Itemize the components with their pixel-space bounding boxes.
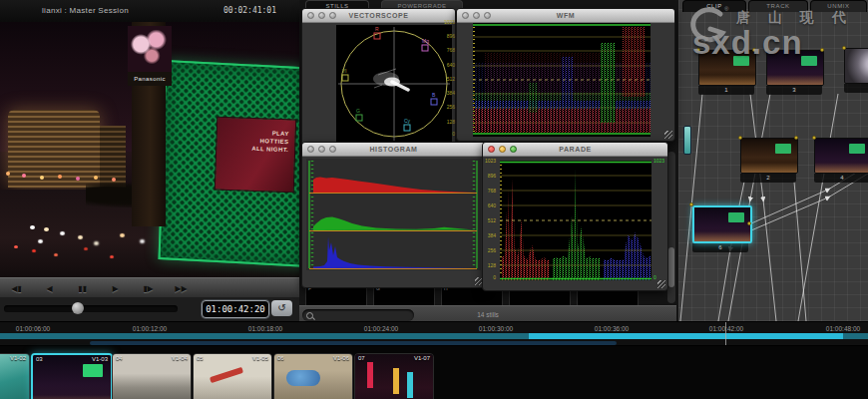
search-icon: [306, 312, 313, 319]
ruler-label: 01:00:48:00: [826, 325, 860, 332]
scrub-track[interactable]: [4, 305, 178, 312]
node-3[interactable]: 3: [766, 50, 822, 95]
video-flower-billboard: [128, 26, 172, 72]
resize-grip-icon[interactable]: [657, 280, 665, 288]
node-thumbnail: [692, 205, 752, 243]
node-4[interactable]: 4: [814, 138, 868, 183]
session-timecode: 00:02:41:01: [223, 6, 276, 15]
parade-scale-384: 384: [483, 231, 496, 239]
node-number: 5: [844, 84, 868, 93]
color-grading-app: lianxi : Master Session 00:02:41:01 PLAY…: [0, 0, 868, 399]
video-headlights: [30, 225, 35, 229]
timeline-range-bar-end[interactable]: [843, 333, 868, 339]
playhead[interactable]: [725, 322, 726, 346]
timeline-ruler[interactable]: 01:00:06:00 01:00:12:00 01:00:18:00 01:0…: [0, 321, 868, 346]
clip-number: 03: [36, 356, 43, 362]
clip-number: 05: [197, 355, 204, 361]
node-1[interactable]: 1: [698, 50, 754, 95]
histogram-plot: [306, 159, 481, 270]
pause-button[interactable]: ▮▮: [66, 284, 99, 293]
step-forward-button[interactable]: ▮▶: [132, 284, 165, 293]
parade-scale-512: 512: [483, 216, 496, 224]
node-number: 3: [766, 86, 822, 95]
parade-right-bottom: 0: [653, 273, 656, 281]
viewer-panel: lianxi : Master Session 00:02:41:01 PLAY…: [0, 0, 299, 321]
scrub-handle[interactable]: [72, 302, 84, 314]
timeline-active-range[interactable]: [529, 333, 843, 339]
ruler-label: 01:00:12:00: [133, 325, 167, 332]
clip-number: 04: [116, 355, 123, 361]
svg-text:G: G: [356, 108, 360, 114]
clip-v1-05[interactable]: 05V1-05 00:01:11:00: [193, 353, 272, 399]
node-output-port: [747, 221, 751, 225]
parade-scale-0: 0: [483, 273, 496, 281]
ruler-label: 01:00:42:00: [709, 325, 743, 332]
vectorscope-window: VECTORSCOPE R Mg B Cy G Yl: [301, 8, 456, 148]
wfm-scale-768: 768: [442, 46, 455, 54]
svg-text:R: R: [375, 26, 379, 32]
vectorscope-graticule: R Mg B Cy G Yl: [336, 25, 452, 143]
node-thumbnail: [698, 50, 756, 86]
ruler-label: 01:00:18:00: [248, 325, 282, 332]
current-timecode-field[interactable]: 01:00:42:20: [202, 300, 269, 318]
node-input-port: [812, 136, 816, 140]
svg-text:B: B: [432, 92, 436, 98]
node-5[interactable]: 5: [844, 48, 868, 93]
node-output-port: [794, 136, 798, 140]
node-output-port: [820, 48, 824, 52]
node-6-selected[interactable]: 6: [692, 205, 748, 252]
node-input-port: [696, 48, 700, 52]
loop-button[interactable]: ↺: [271, 300, 292, 316]
clip-v1-06[interactable]: 06V1-06 00:00:14:15: [273, 353, 353, 399]
parade-scale-1023: 1023: [483, 157, 496, 165]
clip-number: 06: [277, 355, 284, 361]
search-input[interactable]: [302, 309, 414, 321]
clip-v1-03-selected[interactable]: 03V1-03 00:00:26:05: [31, 353, 113, 399]
clip-v1-02[interactable]: V1-02: [0, 353, 30, 399]
svg-text:Yl: Yl: [342, 68, 346, 74]
wfm-titlebar[interactable]: WFM: [457, 9, 674, 23]
node-number: 2: [740, 174, 796, 183]
node-thumbnail: [766, 50, 824, 86]
fast-forward-button[interactable]: ▶▶: [165, 284, 198, 293]
ruler-label: 01:00:30:00: [479, 325, 513, 332]
clip-name: V1-03: [92, 356, 108, 362]
scopes-scrollbar[interactable]: [667, 152, 675, 303]
histogram-title: HISTOGRAM: [302, 146, 485, 153]
node-input-port: [842, 46, 846, 50]
video-preview[interactable]: PLAY HOTTIES ALL NIGHT. Panasonic: [0, 22, 299, 277]
node-number: 1: [698, 86, 754, 95]
scrub-row: 01:00:42:20 ↺: [0, 297, 299, 321]
wfm-display: [473, 23, 651, 137]
node-2[interactable]: 2: [740, 138, 796, 183]
clip-v1-07[interactable]: 07V1-07 00:10:17:04: [354, 353, 434, 399]
clip-v1-04[interactable]: 04V1-04 00:01:12:22: [112, 353, 192, 399]
wfm-scale-0: 0: [442, 130, 455, 138]
parade-titlebar[interactable]: PARADE: [483, 143, 667, 157]
video-panasonic-sign: Panasonic: [128, 72, 172, 86]
step-back-button[interactable]: ◀▮: [0, 284, 33, 293]
resize-grip-icon[interactable]: [664, 131, 672, 139]
video-building-small: [100, 126, 126, 188]
play-reverse-button[interactable]: ◀: [33, 284, 66, 293]
vectorscope-titlebar[interactable]: VECTORSCOPE: [302, 9, 455, 23]
wfm-scale-128: 128: [442, 118, 455, 126]
scrollbar-thumb[interactable]: [668, 247, 674, 287]
play-button[interactable]: ▶: [99, 284, 132, 293]
video-building-left: [8, 110, 100, 188]
node-zoom-slider[interactable]: [683, 126, 691, 155]
node-number: 4: [814, 174, 868, 183]
parade-window: PARADE: [482, 142, 668, 291]
node-thumbnail: [844, 48, 868, 84]
wfm-title: WFM: [457, 12, 674, 19]
video-taillights: [14, 245, 18, 248]
histogram-titlebar[interactable]: HISTOGRAM: [302, 143, 485, 157]
node-thumbnail: [814, 138, 868, 174]
parade-scale-896: 896: [483, 172, 496, 180]
timeline-range-bar[interactable]: [0, 333, 529, 339]
svg-text:Cy: Cy: [404, 118, 411, 124]
wfm-scale-256: 256: [442, 103, 455, 111]
wfm-scale-512: 512: [442, 75, 455, 83]
clip-name: V1-07: [414, 355, 430, 361]
node-input-port: [738, 136, 742, 140]
